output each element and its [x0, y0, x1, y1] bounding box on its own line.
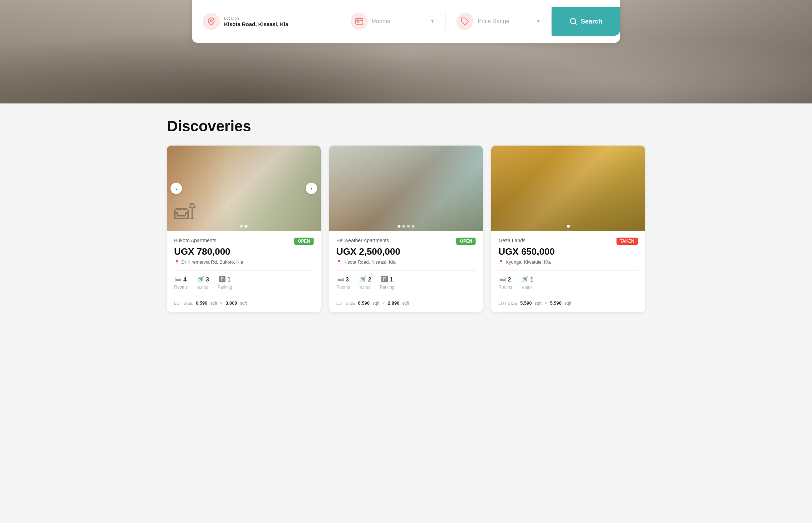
lot-value-1: 6,590: [196, 300, 208, 306]
dot-b3: [407, 225, 410, 228]
baths-label: Baths: [197, 285, 208, 290]
feature-icon-row-rooms-g: 🛏 2: [499, 276, 511, 283]
lot-label: LOT SIZE: [174, 301, 193, 305]
price-icon-wrapper: [456, 13, 473, 30]
price-chevron-icon: ▼: [536, 19, 541, 24]
property-card-bukoto[interactable]: ‹ › Bukoto Apartments OPEN UGX 780,000 📍…: [167, 146, 321, 312]
feature-baths: 🚿 3 Baths: [196, 276, 209, 290]
parking-feature-icon-b: 🅿: [381, 276, 388, 283]
feature-icon-row-baths-g: 🚿 1: [521, 276, 533, 284]
parking-count: 1: [227, 276, 230, 283]
lot-value-g2: 5,590: [550, 300, 562, 306]
dot-2: [245, 225, 248, 228]
location-text-group: Location Kisota Road, Kisaasi, Kla: [224, 16, 288, 27]
lot-x-g: ×: [544, 300, 547, 306]
feature-parking-b: 🅿 1 Parking: [380, 276, 395, 290]
bed-icon: [355, 17, 364, 26]
rooms-dropdown[interactable]: Rooms ▼: [340, 13, 446, 30]
lot-unit-b2: sqft: [402, 301, 409, 306]
lot-x-b: ×: [382, 300, 385, 306]
card-image-bukoto: ‹ ›: [167, 146, 321, 231]
feature-icon-row-rooms-b: 🛏 3: [338, 276, 349, 283]
rooms-label-g: Rooms: [498, 285, 512, 290]
lot-value-g1: 5,590: [520, 300, 532, 306]
baths-label-g: Baths: [522, 285, 533, 290]
parking-feature-icon: 🅿: [219, 276, 225, 283]
card-body-geza: Geza Lands TAKEN UGX 650,000 📍 Kyunga, K…: [491, 231, 645, 312]
card-dots-geza: [567, 225, 570, 228]
location-icon: 📍: [174, 260, 179, 265]
rooms-icon-wrapper: [351, 13, 368, 30]
property-features-b: 🛏 3 Rooms 🚿 2 Baths 🅿: [336, 270, 476, 295]
lot-unit-2: sqft: [240, 301, 247, 306]
bath-feature-icon-g: 🚿: [521, 276, 528, 284]
property-card-bellweather[interactable]: Bellweather Apartments OPEN UGX 2,500,00…: [329, 146, 483, 312]
location-pin-icon: [207, 17, 215, 25]
rooms-chevron-icon: ▼: [430, 19, 435, 24]
property-name: Bukoto Apartments: [174, 238, 216, 243]
property-features-g: 🛏 2 Rooms 🚿 1 Baths: [498, 270, 638, 295]
search-button[interactable]: Search: [552, 7, 620, 36]
feature-rooms-b: 🛏 3 Rooms: [336, 276, 350, 290]
feature-baths-b: 🚿 2 Baths: [359, 276, 371, 290]
parking-count-b: 1: [390, 276, 393, 283]
feature-baths-g: 🚿 1 Baths: [521, 276, 533, 290]
lot-unit-b1: sqft: [372, 301, 379, 306]
lot-value-b1: 6,590: [358, 300, 370, 306]
rooms-label-b: Rooms: [336, 285, 350, 290]
parking-label: Parking: [218, 285, 232, 290]
svg-line-4: [575, 23, 576, 24]
property-price-g: UGX 650,000: [498, 246, 638, 257]
location-value: Kisota Road, Kisaasi, Kla: [224, 21, 288, 27]
card-header-row: Bukoto Apartments OPEN: [174, 238, 314, 245]
hero-section: Location Kisota Road, Kisaasi, Kla Rooms…: [0, 0, 812, 103]
search-label: Search: [581, 18, 602, 25]
dot-b2: [402, 225, 405, 228]
baths-label-b: Baths: [359, 285, 370, 290]
price-tag-icon: [461, 17, 469, 26]
card-next-button[interactable]: ›: [306, 183, 317, 194]
card-prev-button[interactable]: ‹: [171, 183, 182, 194]
feature-icon-row-parking: 🅿 1: [219, 276, 230, 283]
dot-b4: [411, 225, 414, 228]
location-icon-b: 📍: [336, 260, 342, 265]
rooms-count: 4: [183, 276, 187, 283]
feature-rooms-g: 🛏 2 Rooms: [498, 276, 512, 290]
lot-unit-1: sqft: [210, 301, 217, 306]
section-title: Discoveries: [167, 118, 645, 135]
card-image-geza: [491, 146, 645, 231]
feature-icon-row-parking-b: 🅿 1: [381, 276, 393, 283]
rooms-placeholder: Rooms: [372, 18, 428, 25]
status-badge-g: TAKEN: [616, 238, 638, 245]
card-header-row-b: Bellweather Apartments OPEN: [336, 238, 476, 245]
baths-count: 3: [206, 276, 209, 283]
baths-count-b: 2: [368, 276, 371, 283]
lot-size-row: LOT SIZE 6,590 sqft × 3,000 sqft: [174, 300, 314, 306]
property-price-b: UGX 2,500,000: [336, 246, 476, 257]
location-text-b: Kisota Road, Kisaasi, Kla: [344, 259, 396, 265]
price-range-dropdown[interactable]: Price Range ▼: [446, 13, 552, 30]
price-placeholder: Price Range: [478, 18, 533, 25]
lot-value-b2: 2,890: [388, 300, 400, 306]
rooms-count-g: 2: [508, 276, 511, 283]
search-icon: [569, 17, 577, 25]
parking-label-b: Parking: [380, 285, 395, 290]
card-image-bellweather: [329, 146, 483, 231]
main-content: Discoveries ‹ › Bukoto Apartments OPEN U…: [156, 103, 656, 326]
rooms-label: Rooms: [174, 285, 188, 290]
search-bar: Location Kisota Road, Kisaasi, Kla Rooms…: [192, 0, 620, 43]
bed-feature-icon: 🛏: [175, 276, 182, 283]
card-body-bellweather: Bellweather Apartments OPEN UGX 2,500,00…: [329, 231, 483, 312]
lot-size-row-g: LOT SIZE 5,590 sqft × 5,590 sqft: [498, 300, 638, 306]
property-location-g: 📍 Kyunga, Kiwatule, Kla: [498, 259, 638, 265]
lot-label-b: LOT SIZE: [336, 301, 355, 305]
location-field[interactable]: Location Kisota Road, Kisaasi, Kla: [192, 13, 340, 30]
bed-feature-icon-g: 🛏: [499, 276, 506, 283]
location-icon-wrapper: [203, 13, 220, 30]
feature-icon-row-rooms: 🛏 4: [175, 276, 187, 283]
feature-parking: 🅿 1 Parking: [218, 276, 232, 290]
property-name-b: Bellweather Apartments: [336, 238, 389, 243]
property-card-geza[interactable]: Geza Lands TAKEN UGX 650,000 📍 Kyunga, K…: [491, 146, 645, 312]
card-header-row-g: Geza Lands TAKEN: [498, 238, 638, 245]
location-text-g: Kyunga, Kiwatule, Kla: [506, 259, 550, 265]
